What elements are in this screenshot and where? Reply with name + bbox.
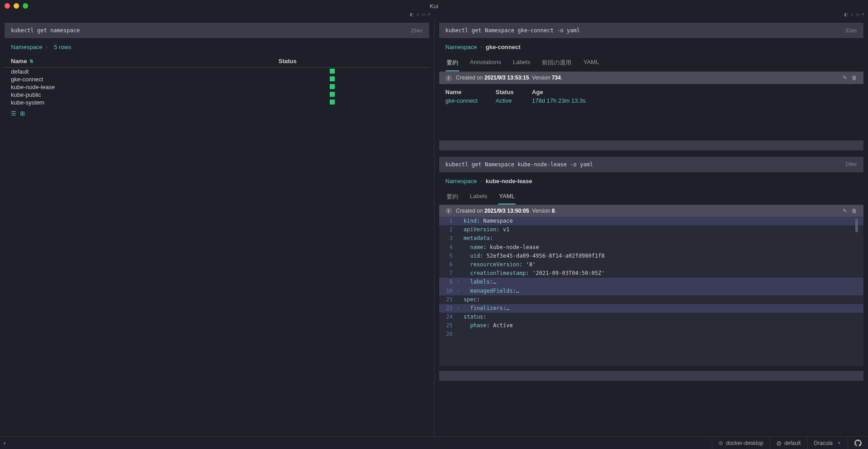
fold-icon xyxy=(457,295,464,304)
github-link[interactable] xyxy=(848,437,868,449)
table-header: Name ⇅ Status xyxy=(5,55,429,68)
summary-row: Name gke-connect Status Active Age 178d … xyxy=(439,84,864,109)
breadcrumb: Namespace › 5 rows xyxy=(5,38,429,55)
namespace-selector[interactable]: @ default xyxy=(770,437,807,449)
yaml-line: 22› finalizers:… xyxy=(439,304,864,313)
breadcrumb: Namespace › gke-connect xyxy=(439,38,864,55)
table-row[interactable]: gke-connect xyxy=(5,75,429,83)
at-icon: @ xyxy=(777,440,782,446)
breadcrumb: Namespace › kube-node-lease xyxy=(439,172,864,189)
table-row[interactable]: kube-system xyxy=(5,99,429,106)
fold-icon xyxy=(457,313,464,321)
breadcrumb-current: gke-connect xyxy=(486,44,521,50)
breadcrumb-root[interactable]: Namespace xyxy=(446,178,477,185)
command-timing: 25ms xyxy=(411,28,423,34)
app-title: Kui xyxy=(430,3,438,10)
theme-toggle-icon[interactable]: ◐ xyxy=(410,12,414,18)
edit-icon[interactable]: ✎ xyxy=(843,75,847,81)
fold-icon xyxy=(457,269,464,278)
minimize-window-button[interactable] xyxy=(14,3,19,9)
row-status xyxy=(278,99,422,106)
fold-icon xyxy=(457,225,464,234)
tab-toolbar: ◐ ☼ ▭ × ◐ ☼ ▭ × xyxy=(0,12,868,18)
fold-icon[interactable]: › xyxy=(457,304,464,313)
window-icon[interactable]: ▭ xyxy=(422,12,426,18)
grid-view-icon[interactable]: ⊞ xyxy=(20,110,25,117)
close-tab-icon[interactable]: × xyxy=(862,12,864,18)
detail-tabs: 要約LabelsYAML xyxy=(439,189,864,205)
view-toggle: ☰ ⊞ xyxy=(5,106,429,120)
input-strip[interactable] xyxy=(439,371,864,381)
sun-icon[interactable]: ☼ xyxy=(850,12,854,18)
command-text: kubectl get Namespace gke-connect -o yam… xyxy=(446,27,580,34)
close-tab-icon[interactable]: × xyxy=(428,12,431,18)
main-split: kubectl get namespace 25ms Namespace › 5… xyxy=(0,18,868,436)
chevron-right-icon: › xyxy=(481,45,482,50)
command-header: kubectl get Namespace kube-node-lease -o… xyxy=(439,157,864,172)
name-column-header[interactable]: Name ⇅ xyxy=(11,58,278,65)
detail-tabs: 要約AnnotationsLabels前回の適用YAML xyxy=(439,55,864,72)
delete-icon[interactable]: 🗑 xyxy=(852,75,857,81)
close-window-button[interactable] xyxy=(5,3,10,9)
left-tab-tools: ◐ ☼ ▭ × xyxy=(406,12,434,18)
table-row[interactable]: kube-node-lease xyxy=(5,83,429,91)
table-row[interactable]: kube-public xyxy=(5,91,429,99)
prompt-caret-icon: › xyxy=(0,440,9,446)
status-bar: › ◎ docker-desktop @ default Dracula ▼ xyxy=(0,436,868,449)
yaml-editor[interactable]: 1kind: Namespace2apiVersion: v13metadata… xyxy=(439,217,864,339)
right-pane: kubectl get Namespace gke-connect -o yam… xyxy=(435,18,868,436)
yaml-line: 3metadata: xyxy=(439,234,864,243)
edit-icon[interactable]: ✎ xyxy=(843,208,847,214)
right-tab-tools: ◐ ☼ ▭ × xyxy=(840,12,868,18)
name-label: Name xyxy=(446,89,478,95)
theme-selector[interactable]: Dracula ▼ xyxy=(807,437,848,449)
scrollbar[interactable] xyxy=(855,219,858,232)
command-text: kubectl get Namespace kube-node-lease -o… xyxy=(446,161,593,168)
yaml-line: 1kind: Namespace xyxy=(439,217,864,225)
yaml-line: 26 xyxy=(439,330,864,339)
tab-要約[interactable]: 要約 xyxy=(446,55,459,71)
row-name: default xyxy=(11,68,278,75)
breadcrumb-current: kube-node-lease xyxy=(486,178,532,185)
row-status xyxy=(278,68,422,75)
delete-icon[interactable]: 🗑 xyxy=(852,208,857,214)
input-strip[interactable] xyxy=(439,140,864,150)
breadcrumb-root[interactable]: Namespace xyxy=(446,44,477,50)
fold-icon xyxy=(457,330,464,339)
fold-icon xyxy=(457,217,464,225)
sort-icon: ⇅ xyxy=(30,59,33,64)
command-header: kubectl get Namespace gke-connect -o yam… xyxy=(439,23,864,38)
table-row[interactable]: default xyxy=(5,68,429,75)
name-value[interactable]: gke-connect xyxy=(446,97,478,104)
status-indicator-icon xyxy=(330,84,335,89)
tab-annotations[interactable]: Annotations xyxy=(469,55,502,71)
fold-icon[interactable]: › xyxy=(457,287,464,295)
yaml-line: 24status: xyxy=(439,313,864,321)
context-selector[interactable]: ◎ docker-desktop xyxy=(712,437,769,449)
list-view-icon[interactable]: ☰ xyxy=(11,110,16,117)
tab-labels[interactable]: Labels xyxy=(469,189,488,205)
fold-icon[interactable]: › xyxy=(457,278,464,286)
theme-toggle-icon[interactable]: ◐ xyxy=(844,12,848,18)
row-name: kube-public xyxy=(11,91,278,98)
titlebar: Kui xyxy=(0,0,868,12)
row-status xyxy=(278,84,422,90)
info-icon: i xyxy=(446,208,452,214)
row-status xyxy=(278,91,422,98)
tab-前回の適用[interactable]: 前回の適用 xyxy=(541,55,572,71)
status-label: Status xyxy=(496,89,514,95)
status-indicator-icon xyxy=(330,76,335,81)
row-name: kube-system xyxy=(11,99,278,106)
chevron-right-icon: › xyxy=(46,45,47,50)
tab-要約[interactable]: 要約 xyxy=(446,189,459,205)
tab-labels[interactable]: Labels xyxy=(512,55,531,71)
age-label: Age xyxy=(532,89,586,95)
maximize-window-button[interactable] xyxy=(23,3,28,9)
tab-yaml[interactable]: YAML xyxy=(582,55,600,71)
window-icon[interactable]: ▭ xyxy=(856,12,860,18)
status-column-header[interactable]: Status xyxy=(278,58,422,65)
status-indicator-icon xyxy=(330,92,335,97)
tab-yaml[interactable]: YAML xyxy=(498,189,516,205)
sun-icon[interactable]: ☼ xyxy=(416,12,420,18)
yaml-line: 4 name: kube-node-lease xyxy=(439,243,864,252)
